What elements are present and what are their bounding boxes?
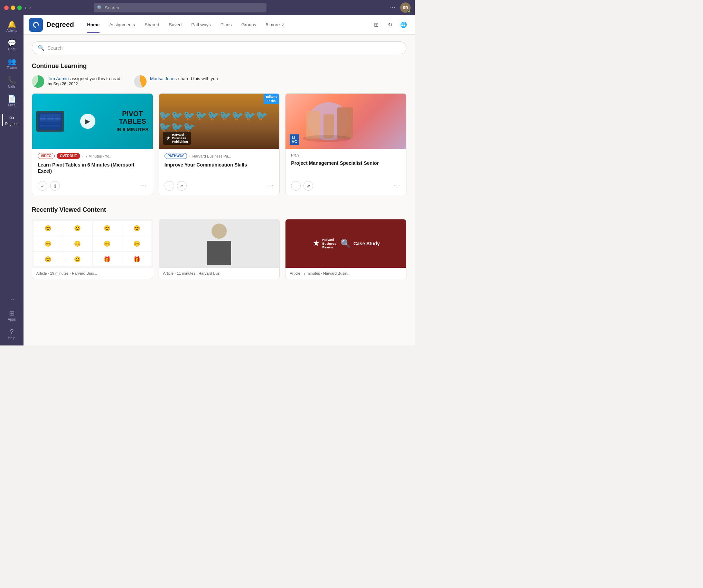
- forward-button[interactable]: ›: [29, 4, 31, 11]
- sidebar-item-degreed[interactable]: ∞ Degreed: [2, 111, 21, 129]
- recent-card-woman: Article · 11 minutes · Harvard Busi...: [159, 219, 280, 279]
- thumb-pivot: ▶ PIVOTTABLESIN 6 MINUTES: [32, 94, 153, 149]
- attribution-2: Marisa Jones shared this with you: [134, 75, 218, 88]
- chat-icon: 💬: [8, 39, 16, 46]
- attribution-2-desc: shared this with you: [178, 76, 218, 81]
- hbr-line1: Harvard: [322, 238, 336, 242]
- attribution-1: Tim Admin assigned you this to read by S…: [32, 75, 120, 88]
- nav-tabs: Home Assignments Shared Saved Pathways P…: [82, 17, 371, 33]
- recent-thumb-woman: [159, 219, 280, 268]
- titlebar-search-input[interactable]: [105, 5, 263, 10]
- sidebar-item-chat[interactable]: 💬 Chat: [2, 37, 21, 54]
- card-pm-actions: + ⇗ ···: [285, 178, 406, 195]
- more-button-2[interactable]: ···: [267, 183, 274, 189]
- continue-learning-title: Continue Learning: [32, 63, 406, 70]
- more-button[interactable]: ···: [140, 183, 147, 189]
- svg-rect-8: [40, 125, 60, 127]
- close-button[interactable]: [4, 6, 9, 10]
- card-pm-thumbnail: LIVC: [285, 94, 406, 149]
- sidebar: 🔔 Activity 💬 Chat 👥 Teams 📞 Calls 📄: [0, 15, 24, 345]
- sidebar-item-help[interactable]: ? Help: [2, 325, 21, 343]
- card-comm-thumbnail: 🐦🐦🐦🐦🐦🐦🐦🐦🐦🐦🐦🐦 Editor'sPicks HarvardBusine…: [159, 94, 280, 149]
- hbr-logo-block: Harvard Business Review: [312, 238, 336, 249]
- tab-more[interactable]: 5 more ∨: [261, 17, 289, 33]
- more-button-3[interactable]: ···: [394, 183, 401, 189]
- attribution-1-name-link[interactable]: Tim Admin: [48, 76, 69, 81]
- titlebar: ‹ › 🔍 ··· SR: [0, 0, 415, 15]
- more-options-button[interactable]: ···: [390, 4, 396, 11]
- sidebar-item-wrapper-teams: 👥 Teams: [2, 55, 21, 73]
- dot-separator: ·: [82, 154, 83, 159]
- recently-viewed-cards: 😊 😊 😊 😊 😊 😊 😊 😊 😊 😊 🎁 🎁: [32, 219, 406, 279]
- case-label: Case Study: [354, 241, 380, 246]
- tab-saved[interactable]: Saved: [164, 17, 187, 33]
- product-3: 😊: [93, 221, 122, 236]
- tab-plans[interactable]: Plans: [216, 17, 237, 33]
- user-avatar[interactable]: SR: [400, 2, 411, 13]
- content: 🔍 Continue Learning Tim Admin assigned y…: [24, 35, 415, 345]
- recent-card-products: 😊 😊 😊 😊 😊 😊 😊 😊 😊 😊 🎁 🎁: [32, 219, 153, 279]
- product-11: 🎁: [93, 252, 122, 267]
- content-search-icon: 🔍: [38, 45, 45, 51]
- product-7: 😊: [93, 236, 122, 251]
- attribution-2-text: Marisa Jones shared this with you: [150, 75, 218, 82]
- files-icon: 📄: [8, 95, 16, 102]
- svg-rect-10: [306, 111, 320, 139]
- card-comm-tags: PATHWAY · Harvard Business Pu...: [165, 153, 274, 159]
- sidebar-item-teams[interactable]: 👥 Teams: [2, 55, 21, 73]
- add-button[interactable]: +: [165, 181, 174, 191]
- titlebar-search[interactable]: 🔍: [94, 3, 266, 12]
- globe-button[interactable]: 🌐: [398, 19, 409, 30]
- teams-icon: 👥: [8, 58, 16, 65]
- minimize-button[interactable]: [11, 6, 15, 10]
- tab-pathways[interactable]: Pathways: [186, 17, 215, 33]
- svg-rect-11: [324, 114, 334, 139]
- card-pivot-actions: ✓ ℹ ···: [32, 178, 153, 195]
- share-button-2[interactable]: ⇗: [303, 181, 313, 191]
- share-button[interactable]: ⇗: [177, 181, 187, 191]
- products-grid: 😊 😊 😊 😊 😊 😊 😊 😊 😊 😊 🎁 🎁: [32, 219, 153, 268]
- sidebar-item-wrapper-files: 📄 Files: [2, 93, 21, 110]
- thumb-plan: LIVC: [285, 94, 406, 149]
- attribution-1-avatar: [32, 75, 44, 88]
- content-search[interactable]: 🔍: [32, 41, 406, 54]
- grid-view-button[interactable]: ⊞: [371, 19, 382, 30]
- svg-rect-6: [40, 120, 60, 122]
- refresh-button[interactable]: ↻: [384, 19, 395, 30]
- check-button[interactable]: ✓: [38, 181, 47, 191]
- sidebar-label-help: Help: [8, 336, 16, 340]
- tab-groups[interactable]: Groups: [236, 17, 261, 33]
- card-project-mgmt: LIVC Plan Project Management Specialist …: [285, 93, 406, 195]
- card-pivot-tags: VIDEO OVERDUE · 7 Minutes · Yo...: [38, 153, 147, 159]
- sidebar-more-button[interactable]: ···: [9, 295, 14, 303]
- help-icon: ?: [10, 328, 13, 335]
- svg-rect-2: [40, 114, 60, 117]
- attribution-1-desc: assigned you this to read: [70, 76, 120, 81]
- recent-footer-woman: Article · 11 minutes · Harvard Busi...: [159, 268, 280, 279]
- comm-title: Improve Your Communication Skills: [165, 162, 274, 168]
- maximize-button[interactable]: [17, 6, 22, 10]
- recent-thumb-products: 😊 😊 😊 😊 😊 😊 😊 😊 😊 😊 🎁 🎁: [32, 219, 153, 268]
- back-button[interactable]: ‹: [25, 4, 26, 11]
- sidebar-label-teams: Teams: [7, 66, 17, 70]
- play-button[interactable]: ▶: [80, 114, 95, 129]
- apps-icon: ⊞: [9, 310, 15, 316]
- card-pivot-tables: ▶ PIVOTTABLESIN 6 MINUTES VIDEO OVERDUE …: [32, 93, 153, 195]
- recent-footer-case: Article · 7 minutes · Harvard Busin...: [285, 268, 406, 279]
- tab-home[interactable]: Home: [82, 17, 104, 33]
- card-comm-actions: + ⇗ ···: [159, 178, 280, 195]
- content-search-input[interactable]: [47, 45, 401, 51]
- hbr-line2: Business: [322, 242, 336, 246]
- tab-assignments[interactable]: Assignments: [104, 17, 140, 33]
- sidebar-item-calls[interactable]: 📞 Calls: [2, 74, 21, 91]
- add-button-2[interactable]: +: [291, 181, 301, 191]
- info-button[interactable]: ℹ: [50, 181, 60, 191]
- attribution-2-name-link[interactable]: Marisa Jones: [150, 76, 177, 81]
- sidebar-item-files[interactable]: 📄 Files: [2, 93, 21, 110]
- sidebar-item-activity[interactable]: 🔔 Activity: [2, 18, 21, 35]
- header-actions: ⊞ ↻ 🌐: [371, 19, 409, 30]
- sidebar-item-apps[interactable]: ⊞ Apps: [2, 307, 21, 324]
- recent-card-case-study: Harvard Business Review 🔍 Case Study: [285, 219, 406, 279]
- search-icon: 🔍: [97, 5, 103, 10]
- tab-shared[interactable]: Shared: [140, 17, 164, 33]
